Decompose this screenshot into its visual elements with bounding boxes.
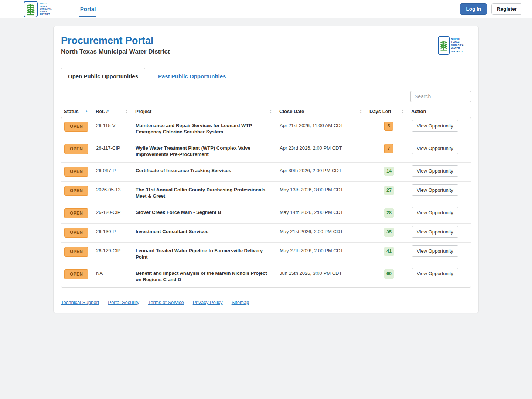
view-opportunity-button[interactable]: View Opportunity xyxy=(412,268,458,279)
column-header-days-left[interactable]: Days Left ▲▼ xyxy=(366,106,408,117)
page-title: Procurement Portal xyxy=(61,35,170,47)
ref-number: 26-129-CIP xyxy=(93,248,133,254)
column-label: Project xyxy=(135,109,151,114)
column-header-close-date[interactable]: Close Date ▲▼ xyxy=(276,106,366,117)
logo-line: DISTRICT xyxy=(451,50,465,54)
view-opportunity-button[interactable]: View Opportunity xyxy=(412,207,458,218)
footer-link-privacy-policy[interactable]: Privacy Policy xyxy=(193,300,223,305)
sort-asc-icon: ▲ xyxy=(85,110,88,113)
opportunity-row: OPEN 26-117-CIP Wylie Water Treatment Pl… xyxy=(61,140,471,162)
tab-past-public-opportunities[interactable]: Past Public Opportunities xyxy=(151,68,233,85)
opportunity-row: OPEN 26-120-CIP Stover Creek Force Main … xyxy=(61,204,471,223)
view-opportunity-button[interactable]: View Opportunity xyxy=(412,184,458,196)
days-left-badge: 35 xyxy=(384,228,394,237)
days-left-cell: 5 xyxy=(367,122,409,131)
column-label: Status xyxy=(64,109,79,114)
register-button[interactable]: Register xyxy=(491,3,522,15)
action-cell: View Opportunity xyxy=(409,209,472,218)
footer-link-sitemap[interactable]: Sitemap xyxy=(232,300,249,305)
opportunities-rows: OPEN 26-115-V Maintenance and Repair Ser… xyxy=(61,117,471,288)
days-left-cell: 14 xyxy=(367,167,409,176)
logo-line: WATER xyxy=(451,47,465,50)
logo-line: MUNICIPAL xyxy=(451,44,465,47)
plant-icon xyxy=(26,3,35,16)
column-header-project[interactable]: Project ▲▼ xyxy=(132,106,276,117)
view-opportunity-button[interactable]: View Opportunity xyxy=(412,143,458,154)
view-opportunity-button[interactable]: View Opportunity xyxy=(412,226,458,238)
project-title: Leonard Treated Water Pipeline to Farmer… xyxy=(133,248,277,260)
view-opportunity-button[interactable]: View Opportunity xyxy=(412,165,458,177)
days-left-cell: 7 xyxy=(367,145,409,153)
opportunity-row: OPEN 26-129-CIP Leonard Treated Water Pi… xyxy=(61,242,471,265)
district-logo: NORTH TEXAS MUNICIPAL WATER DISTRICT xyxy=(24,0,52,18)
view-opportunity-button[interactable]: View Opportunity xyxy=(412,120,458,132)
logo-line: NORTH xyxy=(451,38,465,41)
search-row xyxy=(61,91,471,102)
page-subtitle: North Texas Municipal Water District xyxy=(61,48,170,55)
status-cell: OPEN xyxy=(61,270,93,279)
ref-number: 26-120-CIP xyxy=(93,209,133,215)
action-cell: View Opportunity xyxy=(409,187,472,196)
logo-line: TEXAS xyxy=(451,41,465,44)
opportunities-table-header: Status ▲ Ref. # ▲▼ Project ▲▼ Close Date… xyxy=(61,106,471,117)
project-title: Maintenance and Repair Services for Leon… xyxy=(133,122,277,135)
tab-open-public-opportunities[interactable]: Open Public Opportunities xyxy=(61,68,145,85)
status-cell: OPEN xyxy=(61,248,93,257)
days-left-cell: 41 xyxy=(367,248,409,256)
status-badge: OPEN xyxy=(64,228,88,238)
status-badge: OPEN xyxy=(64,144,88,154)
nav-active-indicator xyxy=(79,16,97,17)
status-cell: OPEN xyxy=(61,167,93,177)
close-date: May 13th 2026, 3:00 PM CDT xyxy=(277,187,367,193)
project-title: Investment Consultant Services xyxy=(133,228,277,235)
column-header-status[interactable]: Status ▲ xyxy=(61,106,93,117)
days-left-badge: 14 xyxy=(384,167,394,176)
close-date: May 14th 2026, 2:00 PM CDT xyxy=(277,209,367,215)
action-cell: View Opportunity xyxy=(409,122,472,132)
action-cell: View Opportunity xyxy=(409,145,472,154)
brand-line: NORTH xyxy=(40,3,52,5)
column-header-ref[interactable]: Ref. # ▲▼ xyxy=(93,106,132,117)
status-badge: OPEN xyxy=(64,186,88,196)
status-cell: OPEN xyxy=(61,209,93,218)
footer-link-terms-of-service[interactable]: Terms of Service xyxy=(148,300,184,305)
brand-line: DISTRICT xyxy=(40,13,52,16)
card-header: Procurement Portal North Texas Municipal… xyxy=(61,35,471,66)
action-cell: View Opportunity xyxy=(409,228,472,238)
procurement-portal-card: Procurement Portal North Texas Municipal… xyxy=(53,26,479,313)
footer-link-portal-security[interactable]: Portal Security xyxy=(108,300,139,305)
days-left-badge: 7 xyxy=(384,144,393,153)
opportunity-row: OPEN 26-115-V Maintenance and Repair Ser… xyxy=(61,117,471,140)
days-left-badge: 5 xyxy=(384,122,393,131)
footer-link-technical-support[interactable]: Technical Support xyxy=(61,300,99,305)
days-left-cell: 60 xyxy=(367,270,409,279)
nav-item-portal[interactable]: Portal xyxy=(79,0,97,18)
action-cell: View Opportunity xyxy=(409,270,472,279)
district-plant-icon-large xyxy=(438,36,450,55)
sort-icon: ▲▼ xyxy=(269,109,272,114)
close-date: Apr 21st 2026, 11:00 AM CDT xyxy=(277,122,367,129)
status-badge: OPEN xyxy=(64,167,88,177)
view-opportunity-button[interactable]: View Opportunity xyxy=(412,245,458,257)
column-label: Close Date xyxy=(279,109,304,114)
brand-line: TEXAS xyxy=(40,5,52,8)
ref-number: 2026-05-13 xyxy=(93,187,133,193)
project-title: Certificate of Insurance Tracking Servic… xyxy=(133,167,277,174)
opportunity-row: OPEN 2026-05-13 The 31st Annual Collin C… xyxy=(61,181,471,204)
ref-number: 26-117-CIP xyxy=(93,145,133,151)
auth-actions: Log In Register xyxy=(460,3,522,15)
footer-links: Technical Support Portal Security Terms … xyxy=(61,300,471,305)
status-cell: OPEN xyxy=(61,122,93,132)
login-button[interactable]: Log In xyxy=(460,3,487,15)
brand-line: WATER xyxy=(40,10,52,13)
district-plant-icon xyxy=(24,1,38,17)
nav-portal-label: Portal xyxy=(80,6,96,12)
days-left-cell: 27 xyxy=(367,187,409,195)
district-logo-large: NORTH TEXAS MUNICIPAL WATER DISTRICT xyxy=(438,36,465,55)
days-left-badge: 28 xyxy=(384,208,394,218)
column-label: Action xyxy=(411,109,426,114)
close-date: Jun 15th 2026, 3:00 PM CDT xyxy=(277,270,367,276)
column-label: Ref. # xyxy=(96,109,109,114)
search-input[interactable] xyxy=(410,91,471,102)
opportunities-tabbar: Open Public Opportunities Past Public Op… xyxy=(61,68,471,85)
